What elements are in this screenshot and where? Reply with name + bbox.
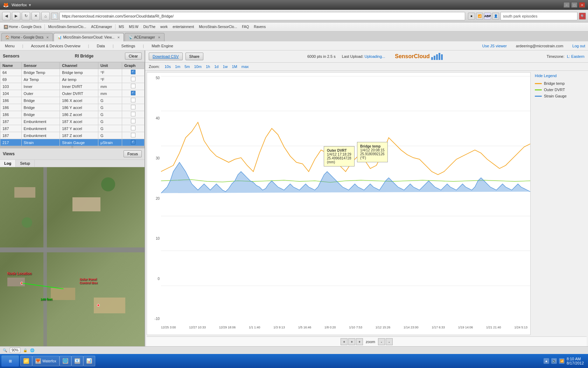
cell-sensor: Bridge Temp: [21, 69, 60, 76]
nav-minus2[interactable]: -: [386, 338, 393, 345]
bookmark-ms[interactable]: MS: [117, 24, 126, 29]
taskbar-right: ▲ 🔊 📶 8:10 AM 8/17/2012: [544, 357, 587, 365]
table-row[interactable]: 186Bridge186 Z accelG: [0, 111, 145, 118]
logout-link[interactable]: Log out: [572, 44, 585, 48]
graph-checkbox[interactable]: [131, 70, 135, 74]
tab-microstrain[interactable]: 📊 MicroStrain-SensorCloud: View... ✕: [54, 33, 124, 41]
bookmark-msw[interactable]: MS:W: [127, 24, 140, 29]
menu-menu[interactable]: Menu: [3, 43, 17, 49]
nav-plus3[interactable]: +: [356, 338, 363, 345]
address-bar[interactable]: https://sensorcloud.microstrain.com/Sens…: [59, 12, 465, 20]
profile-icon[interactable]: 👤: [492, 13, 499, 20]
taskbar-app1[interactable]: 📧: [71, 356, 83, 366]
menu-settings[interactable]: Settings: [119, 43, 138, 49]
zoom-1d[interactable]: 1d: [213, 64, 220, 69]
bookmarks-bar: 🏠Home - Google Docs MicroStrain-SensorCl…: [0, 22, 588, 32]
zoom-1M[interactable]: 1M: [230, 64, 238, 69]
right-panel: Download CSV Share 6000 pts in 2.5 s Las…: [145, 50, 588, 368]
menu-account[interactable]: Account & Devices Overview: [29, 43, 82, 49]
start-button[interactable]: ⊞: [1, 355, 19, 367]
zoom-percent: 90%: [10, 348, 20, 353]
clear-button[interactable]: Clear: [125, 53, 142, 60]
graph-checkbox[interactable]: [131, 91, 135, 95]
table-row[interactable]: 104OuterOuter DVRTmm: [0, 90, 145, 97]
table-row[interactable]: 186Bridge186 X accelG: [0, 97, 145, 104]
close-tab-acemanager[interactable]: ✕: [158, 36, 161, 39]
adblock-icon[interactable]: ABP: [484, 13, 491, 20]
use-js-viewer-link[interactable]: Use JS viewer: [482, 44, 507, 48]
menu-math-engine[interactable]: Math Engine: [149, 43, 175, 49]
bookmark-microstrain2[interactable]: MicroStrain-SensorClo...: [197, 24, 239, 29]
bookmark-faq[interactable]: FAQ: [240, 24, 251, 29]
menu-data[interactable]: Data: [94, 43, 107, 49]
bookmark-acemanager[interactable]: ACEmanager: [89, 24, 114, 29]
graph-checkbox[interactable]: [131, 105, 135, 109]
zoom-1h[interactable]: 1h: [204, 64, 211, 69]
close-tab-microstrain[interactable]: ✕: [117, 36, 120, 39]
table-row[interactable]: 187Embunkment187 X accelG: [0, 118, 145, 125]
taskbar-browser[interactable]: 🦊 Waterfox: [32, 356, 59, 366]
home-button[interactable]: ⌂: [41, 12, 50, 20]
close-tab-google-docs[interactable]: ✕: [46, 36, 49, 39]
tab-acemanager[interactable]: 📡 ACEmanager ✕: [125, 33, 164, 41]
search-bar[interactable]: south park episodes: [500, 12, 578, 20]
table-row[interactable]: 187Embunkment187 Y accelG: [0, 125, 145, 132]
minimize-button[interactable]: −: [564, 2, 570, 8]
status-zoom: 90%: [10, 348, 20, 353]
views-tab-setup[interactable]: Setup: [16, 160, 35, 167]
taskbar-network[interactable]: 🌐: [59, 356, 71, 366]
share-button[interactable]: Share: [186, 53, 203, 60]
taskbar-folder[interactable]: 📁: [20, 356, 32, 366]
graph-checkbox[interactable]: [131, 133, 135, 137]
zoom-text: zoom: [364, 340, 377, 344]
nav-minus1[interactable]: -: [378, 338, 385, 345]
table-row[interactable]: 186Bridge186 Y accelG: [0, 104, 145, 111]
rss-icon[interactable]: 📶: [476, 13, 483, 20]
zoom-10m[interactable]: 10m: [193, 64, 203, 69]
bookmark-ravens[interactable]: Ravens: [252, 24, 267, 29]
close-button[interactable]: ✕: [579, 2, 585, 8]
zoom-1w[interactable]: 1w: [221, 64, 229, 69]
table-row[interactable]: 103InnerInner DVRTmm: [0, 83, 145, 90]
map-feet-label: 140 feet: [41, 298, 52, 301]
zoom-max[interactable]: max: [240, 64, 250, 69]
maximize-button[interactable]: □: [571, 2, 578, 8]
hide-legend-button[interactable]: Hide Legend: [535, 74, 585, 78]
bookmark-microstrain[interactable]: MicroStrain-SensorClo...: [46, 24, 88, 29]
search-button[interactable]: 🔍: [579, 13, 586, 20]
network-status-icon[interactable]: 📶: [559, 358, 565, 364]
bookmark-entertainment[interactable]: entertainment: [171, 24, 196, 29]
forward-button[interactable]: ▶: [12, 12, 20, 20]
stop-button[interactable]: ✕: [31, 12, 40, 20]
graph-checkbox[interactable]: [131, 112, 135, 116]
zoom-10s[interactable]: 10s: [163, 64, 172, 69]
nav-plus2[interactable]: +: [348, 338, 355, 345]
table-row[interactable]: 64Bridge TempBridge temp°F: [0, 69, 145, 76]
zoom-5m[interactable]: 5m: [183, 64, 191, 69]
zoom-1m[interactable]: 1m: [174, 64, 182, 69]
table-row[interactable]: 69Air TempAir temp°F: [0, 76, 145, 83]
title-dropdown-icon[interactable]: ▼: [28, 3, 32, 7]
nav-plus1[interactable]: +: [341, 338, 348, 345]
bookmark-star-icon[interactable]: ★: [468, 13, 475, 20]
bookmark-home[interactable]: 🏠Home - Google Docs: [2, 24, 43, 30]
download-csv-button[interactable]: Download CSV: [149, 53, 183, 60]
focus-button[interactable]: Focus: [124, 150, 142, 157]
views-tab-log[interactable]: Log: [0, 160, 16, 167]
graph-checkbox[interactable]: [131, 98, 135, 102]
taskbar-app2[interactable]: 📊: [83, 356, 95, 366]
graph-checkbox[interactable]: [131, 140, 135, 144]
bookmark-work[interactable]: work: [159, 24, 169, 29]
volume-icon[interactable]: 🔊: [551, 358, 557, 364]
table-row[interactable]: 217StrainStrain GaugeμStrain: [0, 139, 145, 146]
graph-checkbox[interactable]: [131, 77, 135, 81]
graph-checkbox[interactable]: [131, 126, 135, 130]
app2-icon: 📊: [86, 358, 92, 364]
back-button[interactable]: ◀: [2, 12, 10, 20]
graph-checkbox[interactable]: [131, 84, 135, 88]
table-row[interactable]: 187Embunkment187 Z accelG: [0, 132, 145, 139]
bookmark-dicthe[interactable]: Dic/The: [142, 24, 157, 29]
refresh-button[interactable]: ↻: [22, 12, 30, 20]
graph-checkbox[interactable]: [131, 119, 135, 123]
tab-google-docs[interactable]: 🏠 Home - Google Docs ✕: [1, 33, 53, 41]
